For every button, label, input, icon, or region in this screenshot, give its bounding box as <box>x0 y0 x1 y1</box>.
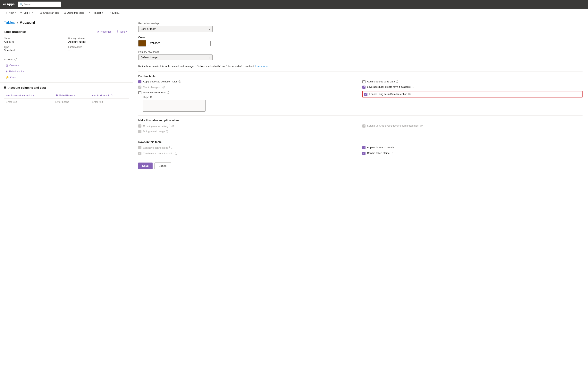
leverage-quick-checkbox[interactable]: ✓ <box>362 86 365 89</box>
using-table-button[interactable]: ⊞ Using this table <box>62 10 86 16</box>
creating-activity-checkbox[interactable]: ✓ <box>138 124 141 128</box>
data-table: Abc Account Name * ↑ ∨ ☎ Main Phone ∨ <box>4 92 129 105</box>
taken-offline-item: ✓ Can be taken offline ⓘ <box>362 152 583 155</box>
toolbar-separator-1 <box>36 11 36 15</box>
breadcrumb-parent[interactable]: Tables <box>4 20 15 25</box>
make-table-option-grid: ✓ Creating a new activity 1 ⓘ ✓ Setting … <box>138 124 583 133</box>
taken-offline-info-icon[interactable]: ⓘ <box>391 152 393 155</box>
search-placeholder: Search <box>24 3 32 6</box>
make-table-option-section: Make this table an option when ✓ Creatin… <box>138 119 583 133</box>
contact-email-check-icon: ✓ <box>139 152 141 155</box>
data-section-icon: ⊞ <box>4 86 6 89</box>
name-value: Account <box>4 40 65 43</box>
track-changes-label: Track changes 1 ⓘ <box>143 85 165 89</box>
setting-sharepoint-info-icon[interactable]: ⓘ <box>420 124 423 127</box>
enable-longterm-checkbox[interactable]: ✓ <box>364 93 367 96</box>
schema-title: Schema <box>4 58 13 61</box>
learn-more-link[interactable]: Learn more <box>255 65 268 68</box>
provide-help-info-icon[interactable]: ⓘ <box>167 91 169 94</box>
taken-offline-checkbox[interactable]: ✓ <box>362 152 365 155</box>
main-layout: Tables › Account Table properties ⚙ Prop… <box>0 17 588 378</box>
tools-button[interactable]: 🗄 Tools ▾ <box>115 29 129 34</box>
account-name-cell[interactable]: Enter text <box>4 99 53 105</box>
edit-dropdown-icon: ▾ <box>32 12 33 14</box>
color-row <box>138 40 583 46</box>
apply-duplicate-info-icon[interactable]: ⓘ <box>179 80 181 83</box>
track-changes-check-icon: ✓ <box>139 86 141 88</box>
track-changes-item: ✓ Track changes 1 ⓘ <box>138 85 359 89</box>
can-have-connections-checkbox[interactable]: ✓ <box>138 146 141 149</box>
help-url-group: Help URL <box>143 96 359 111</box>
main-phone-column-header[interactable]: ☎ Main Phone ∨ <box>53 92 90 99</box>
primary-row-image-select[interactable]: Default Image ∨ <box>138 54 213 60</box>
appear-search-checkbox[interactable]: ✓ <box>362 146 365 149</box>
help-url-input[interactable] <box>143 100 205 111</box>
primary-column-prop: Primary column Account Name <box>68 37 129 43</box>
track-changes-checkbox[interactable]: ✓ <box>138 86 141 89</box>
rows-in-table-grid: ✓ Can have connections 1 ⓘ ✓ Appear in s… <box>138 146 583 156</box>
enable-longterm-info-icon[interactable]: ⓘ <box>408 93 411 95</box>
relationships-icon: ⊕ <box>5 70 8 73</box>
table-properties-header: Table properties ⚙ Properties 🗄 Tools ▾ <box>4 29 129 34</box>
table-row: Enter text Enter phone Enter text <box>4 99 129 105</box>
check-icon: ✓ <box>139 81 141 83</box>
edit-button[interactable]: ✏ Edit ｜ ▾ <box>18 10 35 16</box>
export-button[interactable]: ⟶ Expo... <box>106 10 122 16</box>
schema-nav-header: Schema ⓘ <box>4 58 129 61</box>
record-ownership-value: User or team <box>140 27 156 30</box>
properties-button[interactable]: ⚙ Properties <box>95 29 113 34</box>
properties-label: Properties <box>100 30 111 33</box>
account-name-column-header[interactable]: Abc Account Name * ↑ ∨ <box>4 92 53 99</box>
import-label: Import <box>94 11 101 14</box>
primary-row-image-field: Primary row image Default Image ∨ <box>138 50 583 60</box>
mail-merge-checkbox[interactable]: ✓ <box>138 130 141 133</box>
last-modified-label: Last modified <box>68 46 129 48</box>
schema-nav-item-relationships[interactable]: ⊕ Relationships <box>4 69 129 74</box>
leverage-check-icon: ✓ <box>363 86 365 88</box>
import-button[interactable]: ⟵ Import ▾ <box>87 10 105 16</box>
setting-sharepoint-checkbox[interactable]: ✓ <box>362 124 365 128</box>
provide-help-checkbox[interactable] <box>138 91 141 94</box>
color-swatch[interactable] <box>138 40 146 46</box>
record-ownership-select[interactable]: User or team ∨ <box>138 26 213 32</box>
leverage-info-icon[interactable]: ⓘ <box>412 86 414 88</box>
schema-nav-item-keys[interactable]: 🔑 Keys <box>4 75 129 80</box>
connections-check-icon: ✓ <box>139 147 141 149</box>
creating-activity-info-icon[interactable]: ⓘ <box>172 125 174 128</box>
export-label: Expo... <box>112 11 120 14</box>
connections-info-icon[interactable]: ⓘ <box>171 147 173 149</box>
main-phone-cell[interactable]: Enter phone <box>53 99 90 105</box>
data-section-title: Account columns and data <box>8 86 46 89</box>
contact-email-checkbox[interactable]: ✓ <box>138 152 141 155</box>
name-prop: Name Account <box>4 37 65 43</box>
address-column-header[interactable]: Abc Address 1: Ci <box>90 92 129 99</box>
enable-longterm-item: ✓ Enable Long Term Data Retention ⓘ <box>362 91 583 97</box>
address-cell[interactable]: Enter text <box>90 99 129 105</box>
save-button[interactable]: Save <box>138 162 153 169</box>
new-button[interactable]: ＋ New ▾ <box>3 10 18 16</box>
table-properties-title: Table properties <box>4 30 27 33</box>
apply-duplicate-checkbox[interactable]: ✓ <box>138 80 141 83</box>
schema-nav-item-columns[interactable]: ▤ Columns <box>4 63 129 68</box>
create-app-button[interactable]: ⊞ Create an app <box>38 10 61 16</box>
mail-merge-item: ✓ Doing a mail merge ⓘ <box>138 130 359 133</box>
search-box[interactable]: 🔍 Search <box>18 1 61 7</box>
setting-sharepoint-check-icon: ✓ <box>363 125 365 127</box>
create-app-label: Create an app <box>43 11 59 14</box>
primary-row-image-label: Primary row image <box>138 50 583 53</box>
data-section: ⊞ Account columns and data Abc Account N… <box>0 83 133 108</box>
audit-changes-info-icon[interactable]: ⓘ <box>396 80 398 83</box>
mail-merge-info-icon[interactable]: ⓘ <box>166 130 168 133</box>
track-changes-info-icon[interactable]: ⓘ <box>162 86 165 89</box>
color-label: Color <box>138 36 583 39</box>
cancel-button[interactable]: Cancel <box>155 162 171 169</box>
color-hex-input[interactable] <box>148 41 211 46</box>
import-icon: ⟵ <box>89 11 93 14</box>
contact-email-info-icon[interactable]: ⓘ <box>175 152 177 155</box>
keys-icon: 🔑 <box>5 76 9 79</box>
audit-changes-checkbox[interactable] <box>362 80 365 83</box>
columns-label: Columns <box>9 64 19 67</box>
type-label: Type <box>4 46 65 48</box>
schema-nav-items: ▤ Columns ⊕ Relationships 🔑 Keys <box>4 63 129 80</box>
using-table-icon: ⊞ <box>64 11 66 14</box>
